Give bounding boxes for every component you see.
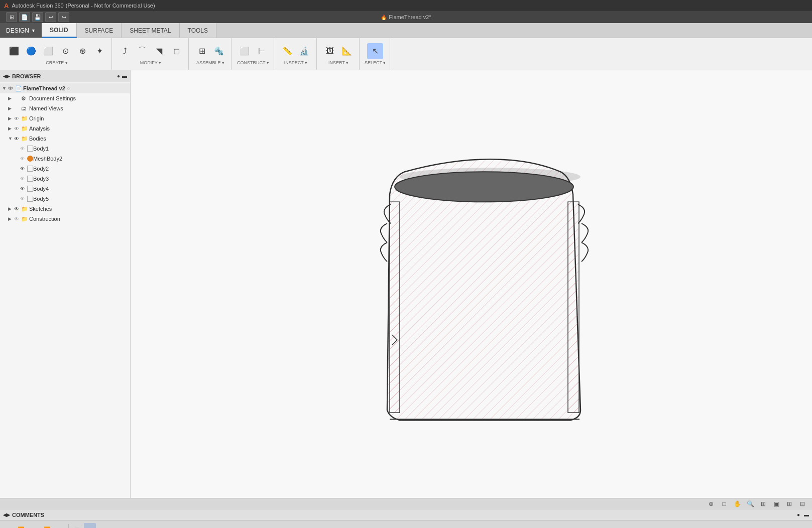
3d-model (360, 149, 611, 430)
inspect-group: 📏 🔬 INSPECT ▾ (275, 38, 317, 70)
comments-pin-btn[interactable]: ● (797, 512, 800, 517)
tree-body3[interactable]: ▶ 👁 Body3 (0, 174, 130, 184)
zoom-btn[interactable]: 🔍 (745, 499, 756, 508)
tree-document-settings[interactable]: ▶ 👁 ⚙ Document Settings (0, 93, 130, 103)
browser-menu-btn[interactable]: ▬ (122, 73, 127, 79)
view-options-btn[interactable]: ⊟ (797, 499, 808, 508)
tab-solid[interactable]: SOLID (42, 23, 77, 38)
tab-surface[interactable]: SURFACE (77, 23, 122, 38)
toolbar-sep-1 (68, 524, 69, 529)
timeline-item-15[interactable]: ◆ (267, 523, 279, 529)
menu-icons: ⊞ 📄 💾 ↩ ↪ (6, 12, 69, 22)
inspect-analysis-btn[interactable]: 🔬 (296, 43, 312, 59)
playback-end-btn[interactable]: ⏭ (54, 523, 66, 529)
redo-btn[interactable]: ↪ (58, 12, 69, 22)
playback-prev-btn[interactable]: ⏪ (15, 523, 27, 529)
tree-origin[interactable]: ▶ 👁 📁 Origin (0, 113, 130, 123)
modify-shell-btn[interactable]: ◻ (168, 43, 184, 59)
tree-body5[interactable]: ▶ 👁 Body5 (0, 194, 130, 204)
tree-sketches[interactable]: ▶ 👁 📁 Sketches (0, 204, 130, 214)
browser-panel: ◀▶ BROWSER ● ▬ ▼ 👁 📄 FlameThread v2 ○ ▶ … (0, 70, 131, 498)
playback-start-btn[interactable]: ⏮ (2, 523, 14, 529)
file-btn[interactable]: 📄 (19, 12, 30, 22)
timeline-item-14[interactable]: ◆ (254, 523, 266, 529)
tree-named-views[interactable]: ▶ 👁 🗂 Named Views (0, 103, 130, 113)
timeline-item-11[interactable]: ◆ (214, 523, 226, 529)
assemble-joint-btn[interactable]: 🔩 (211, 43, 227, 59)
timeline-item-10[interactable]: ◆ (201, 523, 213, 529)
timeline-view-btn[interactable]: ⊞ (71, 523, 83, 529)
create-label: CREATE ▾ (46, 60, 67, 65)
timeline-item-5[interactable]: ■ (136, 523, 148, 529)
tab-sheet-metal[interactable]: SHEET METAL (122, 23, 179, 38)
timeline-item-3[interactable]: ■ (110, 523, 122, 529)
insert-svg-btn[interactable]: 📐 (339, 43, 355, 59)
inspect-measure-btn[interactable]: 📏 (279, 43, 295, 59)
status-right-icons: ⊕ □ ✋ 🔍 ⊞ ▣ ⊞ ⊟ (706, 499, 808, 508)
assemble-group: ⊞ 🔩 ASSEMBLE ▾ (190, 38, 231, 70)
save-btn[interactable]: 💾 (32, 12, 43, 22)
timeline-item-1[interactable]: ■ (84, 523, 96, 529)
create-revolve-btn[interactable]: ⊙ (57, 43, 73, 59)
comments-menu-btn[interactable]: ▬ (804, 512, 809, 517)
construct-axis-btn[interactable]: ⊢ (254, 43, 270, 59)
navigate-home-btn[interactable]: ⊕ (706, 499, 717, 508)
design-dropdown[interactable]: DESIGN ▼ (0, 23, 42, 38)
playback-next-btn[interactable]: ⏩ (41, 523, 53, 529)
app-title: Autodesk Fusion 360 (12, 3, 63, 9)
construct-plane-btn[interactable]: ⬜ (237, 43, 253, 59)
timeline-item-8[interactable]: ■ (175, 523, 187, 529)
create-more-btn[interactable]: ✦ (91, 43, 107, 59)
select-group: ↖ SELECT ▾ (361, 38, 390, 70)
model-svg (360, 149, 611, 430)
modify-fillet-btn[interactable]: ⌒ (134, 43, 150, 59)
tree-bodies[interactable]: ▼ 👁 📁 Bodies (0, 134, 130, 144)
assemble-new-component-btn[interactable]: ⊞ (194, 43, 210, 59)
tree-root[interactable]: ▼ 👁 📄 FlameThread v2 ○ (0, 83, 130, 93)
modify-chamfer-btn[interactable]: ◥ (151, 43, 167, 59)
timeline-item-20[interactable]: ✦ (332, 523, 344, 529)
pan-btn[interactable]: ✋ (732, 499, 743, 508)
timeline-item-17[interactable]: ■ (293, 523, 305, 529)
svg-rect-3 (390, 202, 400, 413)
display-mode-btn[interactable]: ▣ (771, 499, 782, 508)
zoom-fit-btn[interactable]: ⊞ (758, 499, 769, 508)
timeline-item-9[interactable]: ■ (188, 523, 200, 529)
create-box-btn[interactable]: ⬛ (6, 43, 22, 59)
timeline-item-6[interactable]: ■ (149, 523, 161, 529)
browser-header: ◀▶ BROWSER ● ▬ (0, 70, 130, 82)
select-btn[interactable]: ↖ (367, 43, 383, 59)
timeline-item-2[interactable]: ■ (97, 523, 109, 529)
create-cylinder-btn[interactable]: 🔵 (23, 43, 39, 59)
tree-body4[interactable]: ▶ 👁 Body4 (0, 184, 130, 194)
create-extrude-btn[interactable]: ⬜ (40, 43, 56, 59)
browser-collapse-btn[interactable]: ● (117, 73, 120, 79)
orbit-btn[interactable]: □ (719, 499, 730, 508)
tree-body2[interactable]: ▶ 👁 Body2 (0, 164, 130, 174)
playback-play-btn[interactable]: ▶ (28, 523, 40, 529)
undo-btn[interactable]: ↩ (45, 12, 56, 22)
timeline-item-13[interactable]: ◆ (241, 523, 253, 529)
create-sweep-btn[interactable]: ⊛ (74, 43, 90, 59)
viewport[interactable] (131, 70, 812, 498)
browser-tree: ▼ 👁 📄 FlameThread v2 ○ ▶ 👁 ⚙ Document Se… (0, 82, 130, 498)
tree-construction[interactable]: ▶ 👁 📁 Construction (0, 214, 130, 224)
app-license: (Personal - Not for Commercial Use) (66, 3, 155, 9)
tree-body1[interactable]: ▶ 👁 Body1 (0, 144, 130, 154)
timeline-item-18[interactable]: ■ (306, 523, 318, 529)
timeline-item-4[interactable]: ● (123, 523, 135, 529)
tree-meshbody2[interactable]: ▶ 👁 MeshBody2 (0, 154, 130, 164)
tab-tools[interactable]: TOOLS (180, 23, 216, 38)
grid-btn[interactable]: ⊞ (784, 499, 795, 508)
modify-press-pull-btn[interactable]: ⤴ (117, 43, 133, 59)
timeline-item-16[interactable]: ◆ (280, 523, 292, 529)
timeline-item-12[interactable]: ◆ (227, 523, 240, 529)
app-menu-btn[interactable]: ⊞ (6, 12, 17, 22)
timeline-item-7[interactable]: ■ (162, 523, 174, 529)
timeline-item-19[interactable]: ■ (319, 523, 331, 529)
inspect-label: INSPECT ▾ (284, 60, 307, 65)
construct-group: ⬜ ⊢ CONSTRUCT ▾ (233, 38, 274, 70)
tree-analysis[interactable]: ▶ 👁 📁 Analysis (0, 123, 130, 134)
insert-canvas-btn[interactable]: 🖼 (322, 43, 338, 59)
insert-group: 🖼 📐 INSERT ▾ (318, 38, 360, 70)
